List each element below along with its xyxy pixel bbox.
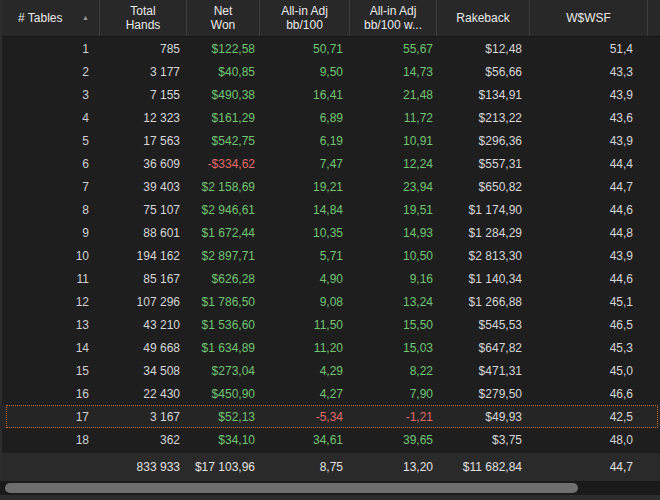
cell-net_won: $34,10	[187, 433, 260, 447]
column-header-net_won[interactable]: NetWon	[187, 0, 260, 36]
cell-tables: 3	[0, 88, 100, 102]
table-row[interactable]: 12107 296$1 786,509,0813,24$1 266,8845,1	[0, 290, 660, 313]
table-row[interactable]: 1449 668$1 634,8911,2015,03$647,8245,3	[0, 336, 660, 359]
cell-rakeback: $296,36	[437, 134, 530, 148]
column-header-label: bb/100 w...	[364, 18, 422, 32]
column-header-label: Net	[214, 4, 233, 18]
cell-bb100: 50,71	[260, 42, 350, 56]
cell-wwsf: 44,6	[530, 203, 648, 217]
column-header-label: # Tables	[18, 11, 62, 25]
cell-tables: 1	[0, 42, 100, 56]
cell-rakeback: $3,75	[437, 433, 530, 447]
table-row[interactable]: 988 601$1 672,4410,3514,93$1 284,2944,8	[0, 221, 660, 244]
horizontal-scrollbar-track[interactable]	[0, 481, 660, 495]
cell-hands: 7 155	[100, 88, 187, 102]
column-header-label: Total	[130, 4, 155, 18]
cell-net_won: $1 536,60	[187, 318, 260, 332]
table-row[interactable]: 1343 210$1 536,6011,5015,50$545,5346,5	[0, 313, 660, 336]
table-row[interactable]: 875 107$2 946,6114,8419,51$1 174,9044,6	[0, 198, 660, 221]
table-row[interactable]: 18362$34,1034,6139,65$3,7548,0	[0, 428, 660, 451]
cell-net_won: $122,58	[187, 42, 260, 56]
cell-bb100w: 21,48	[350, 88, 437, 102]
cell-bb100: 4,27	[260, 387, 350, 401]
cell-hands: 17 563	[100, 134, 187, 148]
cell-bb100w: 8,22	[350, 364, 437, 378]
table-row[interactable]: 739 403$2 158,6919,2123,94$650,8244,7	[0, 175, 660, 198]
table-row[interactable]: 517 563$542,756,1910,91$296,3643,9	[0, 129, 660, 152]
table-row[interactable]: 1785$122,5850,7155,67$12,4851,4	[0, 37, 660, 60]
column-header-hands[interactable]: TotalHands	[100, 0, 187, 36]
column-header-bb100[interactable]: All-in Adjbb/100	[260, 0, 350, 36]
cell-hands: 362	[100, 433, 187, 447]
table-row[interactable]: 1534 508$273,044,298,22$471,3145,0	[0, 359, 660, 382]
cell-bb100: 4,29	[260, 364, 350, 378]
cell-tables: 10	[0, 249, 100, 263]
cell-hands: 75 107	[100, 203, 187, 217]
cell-bb100: 11,20	[260, 341, 350, 355]
table-row[interactable]: 10194 162$2 897,715,7110,50$2 813,3043,9	[0, 244, 660, 267]
horizontal-scrollbar-thumb[interactable]	[5, 483, 578, 493]
cell-wwsf: 46,6	[530, 387, 648, 401]
cell-bb100w: 39,65	[350, 433, 437, 447]
column-header-tables[interactable]: # Tables▲	[0, 0, 100, 36]
cell-bb100w: 23,94	[350, 180, 437, 194]
cell-hands: 12 323	[100, 111, 187, 125]
cell-wwsf: 44,7	[530, 460, 648, 474]
table-row[interactable]: 1185 167$626,284,909,16$1 140,3444,6	[0, 267, 660, 290]
cell-net_won: $52,13	[187, 410, 260, 424]
table-row[interactable]: 37 155$490,3816,4121,48$134,9143,9	[0, 83, 660, 106]
column-header-rakeback[interactable]: Rakeback	[437, 0, 530, 36]
cell-rakeback: $2 813,30	[437, 249, 530, 263]
column-header-label: Hands	[126, 18, 161, 32]
cell-bb100: 19,21	[260, 180, 350, 194]
cell-bb100w: 13,24	[350, 295, 437, 309]
cell-tables: 13	[0, 318, 100, 332]
cell-tables: 17	[0, 410, 100, 424]
cell-wwsf: 45,3	[530, 341, 648, 355]
cell-wwsf: 43,6	[530, 111, 648, 125]
cell-rakeback: $279,50	[437, 387, 530, 401]
column-header-wwsf[interactable]: W$WSF	[530, 0, 648, 36]
cell-bb100w: 14,93	[350, 226, 437, 240]
cell-hands: 43 210	[100, 318, 187, 332]
cell-tables: 5	[0, 134, 100, 148]
cell-hands: 3 177	[100, 65, 187, 79]
cell-net_won: $40,85	[187, 65, 260, 79]
table-header-row: # Tables▲TotalHandsNetWonAll-in Adjbb/10…	[0, 0, 660, 37]
cell-bb100: 9,08	[260, 295, 350, 309]
table-row[interactable]: 1622 430$450,904,277,90$279,5046,6	[0, 382, 660, 405]
cell-wwsf: 43,9	[530, 249, 648, 263]
cell-rakeback: $1 174,90	[437, 203, 530, 217]
cell-rakeback: $1 140,34	[437, 272, 530, 286]
report-by-tables-panel: # Tables▲TotalHandsNetWonAll-in Adjbb/10…	[0, 0, 660, 500]
cell-rakeback: $49,93	[437, 410, 530, 424]
cell-tables: 15	[0, 364, 100, 378]
cell-bb100: 9,50	[260, 65, 350, 79]
cell-bb100w: 11,72	[350, 111, 437, 125]
cell-bb100: 10,35	[260, 226, 350, 240]
cell-bb100w: -1,21	[350, 410, 437, 424]
sort-asc-icon: ▲	[82, 11, 89, 25]
column-header-label: Won	[211, 18, 235, 32]
cell-bb100w: 13,20	[350, 460, 437, 474]
cell-net_won: $1 786,50	[187, 295, 260, 309]
cell-bb100: 11,50	[260, 318, 350, 332]
column-header-bb100w[interactable]: All-in Adjbb/100 w...	[350, 0, 437, 36]
cell-wwsf: 43,9	[530, 88, 648, 102]
table-row[interactable]: 636 609-$334,627,4712,24$557,3144,4	[0, 152, 660, 175]
cell-wwsf: 44,7	[530, 180, 648, 194]
table-row-selected[interactable]: 173 167$52,13-5,34-1,21$49,9342,5	[0, 405, 660, 428]
table-row[interactable]: 23 177$40,859,5014,73$56,6643,3	[0, 60, 660, 83]
cell-rakeback: $56,66	[437, 65, 530, 79]
cell-net_won: $450,90	[187, 387, 260, 401]
cell-hands: 34 508	[100, 364, 187, 378]
cell-rakeback: $12,48	[437, 42, 530, 56]
table-row[interactable]: 412 323$161,296,8911,72$213,2243,6	[0, 106, 660, 129]
column-header-label: bb/100	[286, 18, 323, 32]
cell-net_won: $2 158,69	[187, 180, 260, 194]
cell-hands: 3 167	[100, 410, 187, 424]
cell-wwsf: 51,4	[530, 42, 648, 56]
cell-bb100w: 7,90	[350, 387, 437, 401]
cell-tables: 2	[0, 65, 100, 79]
cell-bb100: 8,75	[260, 460, 350, 474]
